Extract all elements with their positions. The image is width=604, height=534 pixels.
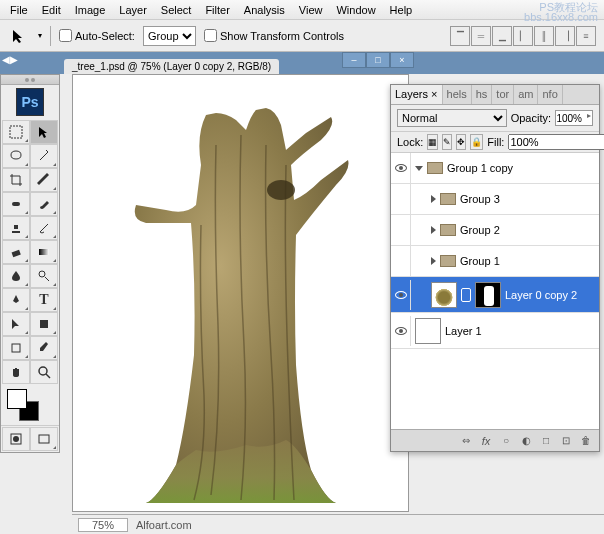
toolbox: Ps T <box>0 74 60 453</box>
visibility-toggle[interactable] <box>391 280 411 310</box>
new-layer-icon[interactable]: ⊡ <box>557 433 575 449</box>
brush-tool[interactable] <box>30 192 58 216</box>
svg-point-11 <box>13 436 19 442</box>
menu-layer[interactable]: Layer <box>113 2 153 17</box>
align-hcenter-icon[interactable]: ║ <box>534 26 554 46</box>
visibility-toggle[interactable] <box>391 184 411 214</box>
layer-group-1[interactable]: Group 1 <box>391 246 599 277</box>
heal-tool[interactable] <box>2 192 30 216</box>
fx-icon[interactable]: fx <box>477 433 495 449</box>
menu-select[interactable]: Select <box>155 2 198 17</box>
lock-label: Lock: <box>397 136 423 148</box>
menu-help[interactable]: Help <box>384 2 419 17</box>
hand-tool[interactable] <box>2 360 30 384</box>
visibility-toggle[interactable] <box>391 215 411 245</box>
align-top-icon[interactable]: ▔ <box>450 26 470 46</box>
fill-input[interactable] <box>508 134 604 150</box>
marquee-tool[interactable] <box>2 120 30 144</box>
menu-file[interactable]: File <box>4 2 34 17</box>
menu-view[interactable]: View <box>293 2 329 17</box>
menu-edit[interactable]: Edit <box>36 2 67 17</box>
history-brush-tool[interactable] <box>30 216 58 240</box>
move-tool[interactable] <box>30 120 58 144</box>
status-bar: 75% Alfoart.com <box>72 514 604 534</box>
align-vcenter-icon[interactable]: ═ <box>471 26 491 46</box>
visibility-toggle[interactable] <box>391 153 411 183</box>
menu-image[interactable]: Image <box>69 2 112 17</box>
pen-tool[interactable] <box>2 288 30 312</box>
adjustment-icon[interactable]: ◐ <box>517 433 535 449</box>
tab-info[interactable]: nfo <box>538 85 562 104</box>
shape-tool[interactable] <box>30 312 58 336</box>
lock-all-icon[interactable]: 🔒 <box>470 134 483 150</box>
visibility-toggle[interactable] <box>391 246 411 276</box>
tab-histogram[interactable]: am <box>514 85 538 104</box>
maximize-button[interactable]: □ <box>366 52 390 68</box>
toolbox-grip[interactable] <box>1 75 59 85</box>
type-tool[interactable]: T <box>30 288 58 312</box>
auto-select-checkbox[interactable]: Auto-Select: <box>59 29 135 42</box>
svg-rect-6 <box>40 320 48 328</box>
lock-pixels-icon[interactable]: ✎ <box>442 134 452 150</box>
distribute-icon[interactable]: ≡ <box>576 26 596 46</box>
document-tab[interactable]: _tree_1.psd @ 75% (Layer 0 copy 2, RGB/8… <box>64 59 279 74</box>
screenmode-toggle[interactable] <box>30 427 58 451</box>
zoom-level[interactable]: 75% <box>78 518 128 532</box>
lasso-tool[interactable] <box>2 144 30 168</box>
dropdown-arrow-icon[interactable]: ▾ <box>38 31 42 40</box>
auto-select-dropdown[interactable]: Group <box>143 26 196 46</box>
minimize-button[interactable]: – <box>342 52 366 68</box>
new-group-icon[interactable]: □ <box>537 433 555 449</box>
layers-panel-footer: ⇔ fx ○ ◐ □ ⊡ 🗑 <box>391 429 599 451</box>
wand-tool[interactable] <box>30 144 58 168</box>
path-select-tool[interactable] <box>2 312 30 336</box>
svg-rect-2 <box>12 250 21 257</box>
eyedropper-tool[interactable] <box>30 336 58 360</box>
align-bottom-icon[interactable]: ▁ <box>492 26 512 46</box>
zoom-tool[interactable] <box>30 360 58 384</box>
svg-line-9 <box>46 374 50 378</box>
notes-tool[interactable] <box>2 336 30 360</box>
visibility-toggle[interactable] <box>391 316 411 346</box>
gradient-tool[interactable] <box>30 240 58 264</box>
layer-thumbnail[interactable] <box>431 282 457 308</box>
link-layers-icon[interactable]: ⇔ <box>457 433 475 449</box>
blur-tool[interactable] <box>2 264 30 288</box>
tab-layers[interactable]: Layers × <box>391 85 443 104</box>
crop-tool[interactable] <box>2 168 30 192</box>
link-mask-icon[interactable] <box>461 288 471 302</box>
slice-tool[interactable] <box>30 168 58 192</box>
mask-thumbnail[interactable] <box>475 282 501 308</box>
tab-scroll-icon[interactable]: ◀▶ <box>2 54 18 65</box>
opacity-input[interactable] <box>555 110 593 126</box>
dodge-tool[interactable] <box>30 264 58 288</box>
align-right-icon[interactable]: ▕ <box>555 26 575 46</box>
layer-group-3[interactable]: Group 3 <box>391 184 599 215</box>
mask-icon[interactable]: ○ <box>497 433 515 449</box>
layer-thumbnail[interactable] <box>415 318 441 344</box>
quickmask-toggle[interactable] <box>2 427 30 451</box>
tab-paths[interactable]: hs <box>472 85 493 104</box>
layer-group-1-copy[interactable]: Group 1 copy <box>391 153 599 184</box>
menu-filter[interactable]: Filter <box>199 2 235 17</box>
menu-window[interactable]: Window <box>330 2 381 17</box>
stamp-tool[interactable] <box>2 216 30 240</box>
close-button[interactable]: × <box>390 52 414 68</box>
foreground-color-swatch[interactable] <box>7 389 27 409</box>
show-transform-checkbox[interactable]: Show Transform Controls <box>204 29 344 42</box>
tab-channels[interactable]: hels <box>443 85 472 104</box>
lock-position-icon[interactable]: ✥ <box>456 134 466 150</box>
blend-mode-dropdown[interactable]: Normal <box>397 109 507 127</box>
lock-transparent-icon[interactable]: ▦ <box>427 134 438 150</box>
align-left-icon[interactable]: ▏ <box>513 26 533 46</box>
delete-layer-icon[interactable]: 🗑 <box>577 433 595 449</box>
folder-icon <box>440 193 456 205</box>
layer-0-copy-2[interactable]: Layer 0 copy 2 <box>391 277 599 313</box>
canvas[interactable] <box>72 74 409 512</box>
menu-analysis[interactable]: Analysis <box>238 2 291 17</box>
layer-group-2[interactable]: Group 2 <box>391 215 599 246</box>
eraser-tool[interactable] <box>2 240 30 264</box>
menu-bar: File Edit Image Layer Select Filter Anal… <box>0 0 604 20</box>
layer-1[interactable]: Layer 1 <box>391 313 599 349</box>
tab-history[interactable]: tor <box>492 85 514 104</box>
